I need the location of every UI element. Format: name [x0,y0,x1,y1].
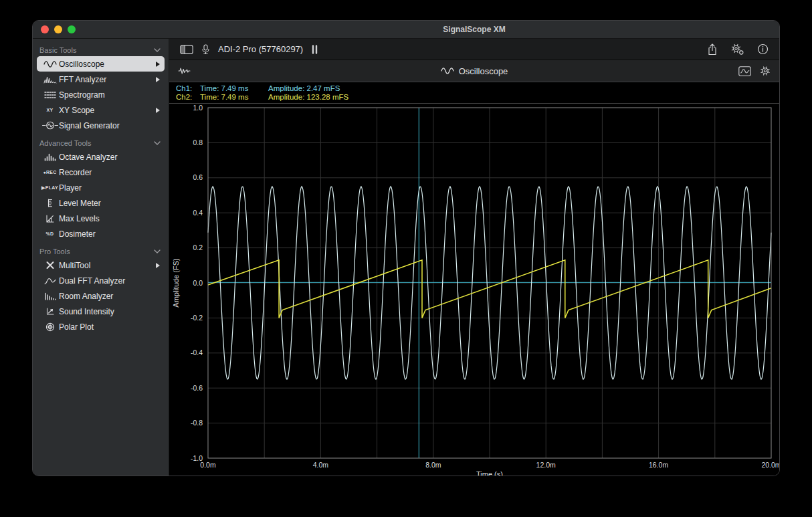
x-tick-label: 12.0m [536,461,556,469]
cursor-readout: Ch1: Time: 7.49 ms Amplitude: 2.47 mFS C… [169,82,779,104]
x-axis-label: Time (s) [476,470,503,476]
x-tick-label: 16.0m [649,461,668,469]
sidebar-item-oscilloscope[interactable]: Oscilloscope [37,56,165,72]
chevron-down-icon[interactable] [154,249,161,253]
sidebar-item-label: FFT Analyzer [59,75,106,84]
chart-box-icon[interactable] [738,66,751,76]
waveform-glyph-icon[interactable] [178,66,191,76]
dosimeter-icon: %D [41,231,59,236]
sidebar-item-sound-intensity[interactable]: Sound Intensity [37,304,165,319]
multitool-icon [41,261,59,270]
tool-title-group: Oscilloscope [169,66,779,76]
settings-gear-badge-icon[interactable] [731,43,744,55]
section-title: Pro Tools [39,247,70,255]
submenu-arrow-icon[interactable] [155,107,161,114]
info-icon[interactable] [757,43,769,55]
sidebar-item-multitool[interactable]: MultiTool [37,257,165,273]
ch2-readout: Ch2: Time: 7.49 ms Amplitude: 123.28 mFS [176,93,779,102]
level-meter-icon [41,199,59,207]
room-analyzer-icon [41,292,59,300]
ch1-label: Ch1: [176,84,200,93]
sidebar-item-label: Player [59,183,82,193]
sidebar-item-label: Spectrogram [59,90,105,100]
sidebar-item-fft-analyzer[interactable]: FFT Analyzer [37,72,165,87]
section-title: Advanced Tools [39,139,91,147]
device-name[interactable]: ADI-2 Pro (57760297) [218,44,303,54]
sidebar: Basic ToolsOscilloscopeFFT AnalyzerSpect… [33,39,169,476]
oscilloscope-plot[interactable]: 1.00.80.60.40.20.0-0.2-0.4-0.6-0.8-1.00.… [169,104,780,476]
chevron-down-icon[interactable] [154,48,161,52]
toolbar-right [707,43,769,56]
sidebar-item-octave-analyzer[interactable]: Octave Analyzer [37,149,165,165]
ch2-time: Time: 7.49 ms [200,93,268,102]
sidebar-item-level-meter[interactable]: Level Meter [37,195,165,211]
sine-wave-icon [41,60,59,68]
sidebar-item-label: Oscilloscope [59,60,104,69]
submenu-arrow-icon[interactable] [155,262,161,269]
app-window: SignalScope XM Basic ToolsOscilloscopeFF… [32,20,780,476]
sidebar-item-label: Dosimeter [59,229,96,239]
tool-title: Oscilloscope [459,66,508,76]
x-tick-label: 8.0m [425,461,441,469]
sidebar-item-label: Dual FFT Analyzer [59,276,125,286]
share-icon[interactable] [707,43,718,56]
sidebar-item-label: Recorder [59,168,92,177]
subheader-right [738,66,771,76]
y-tick-label: -0.8 [191,419,203,427]
y-tick-label: 0.4 [193,209,203,217]
sidebar-item-dual-fft-analyzer[interactable]: Dual FFT Analyzer [37,273,165,288]
submenu-arrow-icon[interactable] [155,61,161,68]
sidebar-item-label: Level Meter [59,199,101,208]
sidebar-item-label: MultiTool [59,261,90,270]
close-button[interactable] [41,25,49,33]
input-device-icon[interactable] [201,44,210,55]
sidebar-item-label: Signal Generator [59,121,120,130]
y-tick-label: 1.0 [193,104,203,112]
section-header-pro-tools[interactable]: Pro Tools [33,241,169,257]
y-tick-label: -0.2 [191,314,203,322]
chevron-down-icon[interactable] [154,141,161,145]
sidebar-item-room-analyzer[interactable]: Room Analyzer [37,288,165,304]
sidebar-item-label: XY Scope [59,106,94,115]
sine-wave-icon [441,67,454,75]
spectrogram-icon [41,91,59,99]
max-levels-icon [41,214,59,223]
main-area: ADI-2 Pro (57760297) Oscilloscope [169,39,779,476]
zoom-button[interactable] [68,25,76,33]
y-tick-label: 0.0 [193,279,203,287]
traffic-lights [33,25,76,33]
section-header-advanced-tools[interactable]: Advanced Tools [33,133,169,149]
sidebar-item-dosimeter[interactable]: %DDosimeter [37,226,165,241]
sidebar-item-spectrogram[interactable]: Spectrogram [37,87,165,102]
sidebar-item-label: Octave Analyzer [59,152,117,162]
scope-panel: Ch1: Time: 7.49 ms Amplitude: 2.47 mFS C… [169,82,779,476]
section-header-basic-tools[interactable]: Basic Tools [33,40,169,56]
sidebar-item-recorder[interactable]: ●RECRecorder [37,165,165,180]
sidebar-item-polar-plot[interactable]: Polar Plot [37,319,165,334]
sidebar-item-signal-generator[interactable]: Signal Generator [37,118,165,133]
ch1-time: Time: 7.49 ms [200,84,268,93]
dual-fft-icon [41,277,59,285]
desktop: { "window": { "title": "SignalScope XM" … [0,0,812,517]
ch2-label: Ch2: [176,93,200,102]
signal-generator-icon [41,121,59,130]
submenu-arrow-icon[interactable] [155,76,161,83]
gear-icon[interactable] [760,66,771,76]
polar-plot-icon [41,322,59,332]
sidebar-item-label: Polar Plot [59,322,94,332]
tool-subheader: Oscilloscope [169,60,779,82]
sidebar-item-xy-scope[interactable]: XYXY Scope [37,102,165,118]
xy-scope-icon: XY [41,108,59,112]
minimize-button[interactable] [54,25,62,33]
y-tick-label: 0.8 [193,138,203,146]
octave-analyzer-icon [41,153,59,161]
y-tick-label: 0.2 [193,243,203,251]
pause-button[interactable] [311,45,318,54]
sidebar-item-player[interactable]: ▶PLAYPlayer [37,180,165,195]
titlebar[interactable]: SignalScope XM [33,21,779,39]
sidebar-toggle-icon[interactable] [180,45,193,54]
sidebar-item-max-levels[interactable]: Max Levels [37,211,165,226]
y-axis-label: Amplitude (FS) [172,258,180,307]
ch1-amplitude: Amplitude: 2.47 mFS [268,84,340,93]
ch1-readout: Ch1: Time: 7.49 ms Amplitude: 2.47 mFS [176,84,779,93]
